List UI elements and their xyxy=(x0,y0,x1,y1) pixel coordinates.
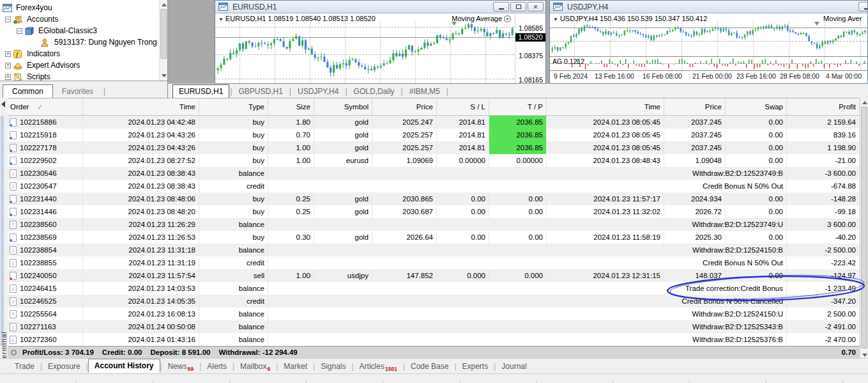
navigator-tabs: CommonFavorites| xyxy=(0,81,168,98)
expander-plus-icon[interactable]: + xyxy=(5,74,11,80)
expander-plus-icon[interactable]: + xyxy=(5,51,11,57)
order-buy-icon xyxy=(10,233,17,242)
tree-item-forex4you[interactable]: Forex4you xyxy=(0,2,167,13)
navigator-tab-common[interactable]: Common xyxy=(3,84,53,98)
history-scrollbar[interactable] xyxy=(860,98,868,360)
window-titlebar[interactable]: EURUSD,H1 ✕ xyxy=(215,1,545,13)
price-scale: 1.085851.083751.08165 xyxy=(515,13,545,83)
summary-profit-loss: Profit/Loss: 3 704.19 xyxy=(22,348,94,356)
history-row[interactable]: ↓1022723602024.01.24 01:43:16balanceWith… xyxy=(8,333,860,346)
terminal-tab-market[interactable]: Market xyxy=(278,360,313,373)
terminal-tab-articles[interactable]: Articles1501 xyxy=(354,360,403,373)
column-header-time-1[interactable]: Time xyxy=(83,98,199,115)
history-row[interactable]: ↓1022711632024.01.24 00:50:08balanceWith… xyxy=(8,320,860,333)
order-buy-icon xyxy=(10,118,17,127)
chart-tab-ibm-m5[interactable]: #IBM,M5 xyxy=(404,85,446,98)
column-header-price-5[interactable]: Price xyxy=(372,98,437,115)
minimize-button[interactable] xyxy=(493,2,509,12)
expander-plus-icon[interactable]: + xyxy=(5,63,11,68)
order-number: 102246415 xyxy=(20,282,57,295)
scroll-up-icon[interactable] xyxy=(862,101,867,104)
history-row[interactable]: 1022400502024.01.23 11:57:54sell1.00usdj… xyxy=(8,269,860,282)
scroll-up-icon[interactable] xyxy=(162,3,167,6)
column-header-order-0[interactable]: Order∕ xyxy=(8,98,83,115)
scrollbar-thumb[interactable] xyxy=(160,9,167,59)
terminal-tab-experts[interactable]: Experts xyxy=(457,360,494,373)
history-row[interactable]: 1022158862024.01.23 04:42:48buy1.80gold2… xyxy=(8,116,860,129)
column-header-profit-11[interactable]: Profit xyxy=(787,98,860,115)
order-buy-icon xyxy=(10,144,17,152)
restore-button[interactable] xyxy=(510,2,526,12)
history-row[interactable]: ↓1022305472024.01.23 08:38:43creditCredi… xyxy=(8,180,860,192)
cell-symbol: gold xyxy=(314,192,372,205)
terminal-tab-alerts[interactable]: Alerts xyxy=(201,360,232,373)
column-header-price-9[interactable]: Price xyxy=(664,98,726,115)
chart-tab-eurusd-h1[interactable]: EURUSD,H1 xyxy=(172,84,229,98)
terminal-tab-mailbox[interactable]: Mailbox6 xyxy=(234,360,276,373)
tree-item-expert-advisors[interactable]: +Expert Advisors xyxy=(0,59,167,71)
server-icon xyxy=(25,26,36,35)
close-button[interactable]: ✕ xyxy=(528,2,544,12)
terminal-tab-account-history[interactable]: Account History xyxy=(88,359,160,373)
cell-close-price: 2037.245 xyxy=(664,141,726,154)
tree-item-accounts[interactable]: −Accounts xyxy=(0,13,167,25)
window-titlebar[interactable]: USDJPY,H4 xyxy=(550,1,867,13)
terminal-tab-exposure[interactable]: Exposure xyxy=(42,360,86,373)
tree-item-indicators[interactable]: +fIndicators xyxy=(0,48,167,59)
history-row[interactable]: 1022295022024.01.23 08:27:52buy1.00eurus… xyxy=(8,154,860,167)
history-row[interactable]: ↑1022385602024.01.23 11:26:29balanceWith… xyxy=(8,218,860,231)
terminal-tab-signals[interactable]: Signals xyxy=(315,360,351,373)
expander-minus-icon[interactable]: − xyxy=(5,17,11,22)
navigator-tab-favorites[interactable]: Favorites xyxy=(53,85,102,98)
history-row[interactable]: 1022159182024.01.23 04:43:26buy0.70gold2… xyxy=(8,129,860,141)
tree-item-scripts[interactable]: +Scripts xyxy=(0,71,167,81)
column-header-type-2[interactable]: Type xyxy=(199,98,268,115)
scroll-down-icon[interactable] xyxy=(162,74,167,77)
scrollbar-thumb[interactable] xyxy=(861,107,867,348)
chart-tab-gbpusd-h1[interactable]: GBPUSD,H1 xyxy=(232,85,288,98)
column-header-t-p-7[interactable]: T / P xyxy=(489,98,547,115)
terminal-tab-trade[interactable]: Trade xyxy=(9,360,40,373)
chart-legend: ▼EURUSD,H1 1.08519 1.08540 1.08513 1.085… xyxy=(218,15,376,22)
tree-item-eglobal-classic3[interactable]: −EGlobal-Classic3 xyxy=(0,25,167,36)
column-header-size-3[interactable]: Size xyxy=(268,98,314,115)
history-row[interactable]: ↓1022465252024.01.23 14:05:35creditCredi… xyxy=(8,295,860,308)
cell-type: buy xyxy=(199,205,268,218)
eurusd-chart-area[interactable]: ▼EURUSD,H1 1.08519 1.08540 1.08513 1.085… xyxy=(215,13,545,83)
time-axis-line xyxy=(550,70,867,71)
order-buy-icon xyxy=(10,195,17,203)
cell-profit: -2 470.00 xyxy=(787,333,860,346)
cell-size: 1.00 xyxy=(268,154,314,167)
time-axis-label: 16 Feb 08:00 xyxy=(643,72,682,80)
column-header-symbol-4[interactable]: Symbol xyxy=(314,98,372,115)
scroll-down-icon[interactable] xyxy=(862,354,867,357)
cell-open-time: 2024.01.23 04:42:48 xyxy=(83,116,199,129)
history-row[interactable]: ↓1022388552024.01.23 11:31:19creditCredi… xyxy=(8,256,860,269)
history-row[interactable]: 1022314402024.01.23 08:48:06buy0.25gold2… xyxy=(8,192,860,205)
history-row[interactable]: ↓1022464152024.01.23 14:03:53balanceTrad… xyxy=(8,282,860,295)
terminal-tab-code-base[interactable]: Code Base xyxy=(405,360,454,373)
column-header-swap-10[interactable]: Swap xyxy=(726,98,787,115)
cell-profit: -2 491.00 xyxy=(787,320,860,333)
history-row[interactable]: 1022385692024.01.23 11:26:53buy0.30gold2… xyxy=(8,231,860,244)
terminal-tab-journal[interactable]: Journal xyxy=(496,360,532,373)
column-header-time-8[interactable]: Time xyxy=(547,98,664,115)
expander-minus-icon[interactable]: − xyxy=(17,28,22,34)
column-header-s-l-6[interactable]: S / L xyxy=(437,98,489,115)
terminal-tab-news[interactable]: News69 xyxy=(162,360,199,373)
tree-item-5913137-dung-nguyen-trong[interactable]: 5913137: Dung Nguyen Trong xyxy=(0,36,167,48)
history-row[interactable]: 1022271782024.01.23 04:43:26buy1.00gold2… xyxy=(8,141,860,154)
history-row[interactable]: ↓1022305462024.01.23 08:38:43balanceWith… xyxy=(8,167,860,180)
usdjpy-chart-area[interactable]: ▼USDJPY,H4 150.436 150.539 150.347 150.4… xyxy=(550,13,867,83)
history-row[interactable]: ↓1022388542024.01.23 11:31:18balanceWith… xyxy=(8,244,860,256)
indicator-properties-icon[interactable] xyxy=(504,15,511,22)
navigator-scrollbar[interactable] xyxy=(159,0,167,81)
cell-type: buy xyxy=(199,231,268,244)
chart-tab-usdjpy-h4[interactable]: USDJPY,H4 xyxy=(292,85,344,98)
cell-profit: -347.20 xyxy=(787,295,860,308)
chart-tab-gold-daily[interactable]: GOLD,Daily xyxy=(348,85,400,98)
minimize-button[interactable] xyxy=(858,2,868,12)
history-row[interactable]: 1022314462024.01.23 08:48:20buy0.25gold2… xyxy=(8,205,860,218)
history-row[interactable]: ↑1022555642024.01.23 16:08:13balanceWith… xyxy=(8,308,860,320)
collapse-arrow-icon[interactable] xyxy=(1,101,5,107)
